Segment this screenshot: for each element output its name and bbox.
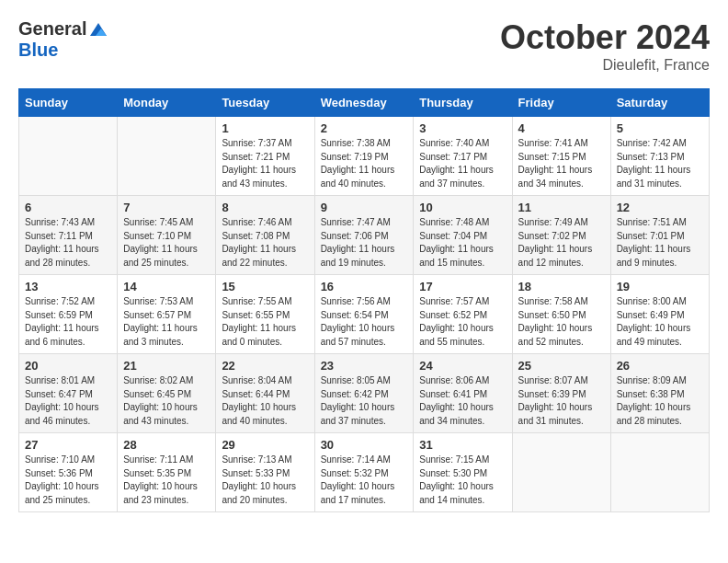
calendar-day-cell: 5Sunrise: 7:42 AMSunset: 7:13 PMDaylight… xyxy=(610,117,709,196)
day-info: Sunrise: 8:01 AMSunset: 6:47 PMDaylight:… xyxy=(25,374,111,428)
day-number: 27 xyxy=(25,438,111,452)
calendar-week-row: 27Sunrise: 7:10 AMSunset: 5:36 PMDayligh… xyxy=(19,433,710,512)
calendar-week-row: 20Sunrise: 8:01 AMSunset: 6:47 PMDayligh… xyxy=(19,354,710,433)
day-info: Sunrise: 7:52 AMSunset: 6:59 PMDaylight:… xyxy=(25,295,111,349)
location: Dieulefit, France xyxy=(500,57,710,74)
calendar-week-row: 13Sunrise: 7:52 AMSunset: 6:59 PMDayligh… xyxy=(19,275,710,354)
weekday-header: Monday xyxy=(118,89,216,117)
day-number: 16 xyxy=(321,280,408,293)
calendar-day-cell: 31Sunrise: 7:15 AMSunset: 5:30 PMDayligh… xyxy=(414,433,512,512)
page-header: General Blue October 2024 Dieulefit, Fra… xyxy=(18,18,710,74)
calendar-day-cell: 7Sunrise: 7:45 AMSunset: 7:10 PMDaylight… xyxy=(118,196,216,275)
logo-general: General xyxy=(18,18,86,40)
calendar-day-cell: 16Sunrise: 7:56 AMSunset: 6:54 PMDayligh… xyxy=(314,275,414,354)
day-info: Sunrise: 7:46 AMSunset: 7:08 PMDaylight:… xyxy=(222,216,308,270)
month-title: October 2024 xyxy=(500,18,710,57)
calendar-day-cell: 1Sunrise: 7:37 AMSunset: 7:21 PMDaylight… xyxy=(216,117,314,196)
calendar-week-row: 6Sunrise: 7:43 AMSunset: 7:11 PMDaylight… xyxy=(19,196,710,275)
day-info: Sunrise: 7:42 AMSunset: 7:13 PMDaylight:… xyxy=(617,137,703,190)
day-number: 8 xyxy=(222,201,308,214)
day-info: Sunrise: 7:57 AMSunset: 6:52 PMDaylight:… xyxy=(419,295,506,349)
weekday-header: Sunday xyxy=(19,89,118,117)
calendar-day-cell: 26Sunrise: 8:09 AMSunset: 6:38 PMDayligh… xyxy=(610,354,709,433)
calendar-day-cell: 6Sunrise: 7:43 AMSunset: 7:11 PMDaylight… xyxy=(19,196,118,275)
calendar-day-cell: 3Sunrise: 7:40 AMSunset: 7:17 PMDaylight… xyxy=(414,117,512,196)
day-number: 5 xyxy=(617,121,703,135)
day-number: 17 xyxy=(419,280,506,293)
day-info: Sunrise: 7:40 AMSunset: 7:17 PMDaylight:… xyxy=(419,137,506,190)
weekday-header: Tuesday xyxy=(216,89,314,117)
day-info: Sunrise: 7:53 AMSunset: 6:57 PMDaylight:… xyxy=(123,295,210,349)
day-info: Sunrise: 7:51 AMSunset: 7:01 PMDaylight:… xyxy=(617,216,703,270)
calendar-table: SundayMondayTuesdayWednesdayThursdayFrid… xyxy=(18,88,710,512)
calendar-day-cell: 9Sunrise: 7:47 AMSunset: 7:06 PMDaylight… xyxy=(314,196,414,275)
day-info: Sunrise: 7:48 AMSunset: 7:04 PMDaylight:… xyxy=(419,216,506,270)
day-number: 3 xyxy=(419,121,506,135)
day-info: Sunrise: 8:07 AMSunset: 6:39 PMDaylight:… xyxy=(518,374,605,428)
day-number: 31 xyxy=(419,438,506,452)
day-number: 20 xyxy=(25,359,111,373)
calendar-day-cell: 23Sunrise: 8:05 AMSunset: 6:42 PMDayligh… xyxy=(314,354,414,433)
day-number: 7 xyxy=(123,201,210,214)
calendar-day-cell: 12Sunrise: 7:51 AMSunset: 7:01 PMDayligh… xyxy=(610,196,709,275)
day-number: 28 xyxy=(123,438,210,452)
logo: General Blue xyxy=(18,18,108,61)
day-info: Sunrise: 7:55 AMSunset: 6:55 PMDaylight:… xyxy=(222,295,308,349)
calendar-day-cell: 4Sunrise: 7:41 AMSunset: 7:15 PMDaylight… xyxy=(512,117,610,196)
calendar-day-cell: 28Sunrise: 7:11 AMSunset: 5:35 PMDayligh… xyxy=(118,433,216,512)
day-info: Sunrise: 8:05 AMSunset: 6:42 PMDaylight:… xyxy=(321,374,408,428)
day-number: 25 xyxy=(518,359,605,373)
day-number: 2 xyxy=(321,121,408,135)
day-info: Sunrise: 7:14 AMSunset: 5:32 PMDaylight:… xyxy=(321,454,408,507)
day-number: 12 xyxy=(617,201,703,214)
day-number: 18 xyxy=(518,280,605,293)
day-number: 10 xyxy=(419,201,506,214)
day-number: 23 xyxy=(321,359,408,373)
day-info: Sunrise: 7:47 AMSunset: 7:06 PMDaylight:… xyxy=(321,216,408,270)
day-info: Sunrise: 7:41 AMSunset: 7:15 PMDaylight:… xyxy=(518,137,605,190)
title-section: October 2024 Dieulefit, France xyxy=(500,18,710,74)
calendar-day-cell: 18Sunrise: 7:58 AMSunset: 6:50 PMDayligh… xyxy=(512,275,610,354)
day-info: Sunrise: 7:37 AMSunset: 7:21 PMDaylight:… xyxy=(222,137,308,190)
weekday-header: Wednesday xyxy=(314,89,414,117)
day-number: 30 xyxy=(321,438,408,452)
day-info: Sunrise: 7:11 AMSunset: 5:35 PMDaylight:… xyxy=(123,454,210,507)
calendar-day-cell: 19Sunrise: 8:00 AMSunset: 6:49 PMDayligh… xyxy=(610,275,709,354)
day-number: 21 xyxy=(123,359,210,373)
day-info: Sunrise: 7:49 AMSunset: 7:02 PMDaylight:… xyxy=(518,216,605,270)
calendar-day-cell xyxy=(610,433,709,512)
day-number: 19 xyxy=(617,280,703,293)
calendar-day-cell: 25Sunrise: 8:07 AMSunset: 6:39 PMDayligh… xyxy=(512,354,610,433)
day-info: Sunrise: 7:38 AMSunset: 7:19 PMDaylight:… xyxy=(321,137,408,190)
day-info: Sunrise: 7:43 AMSunset: 7:11 PMDaylight:… xyxy=(25,216,111,270)
calendar-header-row: SundayMondayTuesdayWednesdayThursdayFrid… xyxy=(19,89,710,117)
day-info: Sunrise: 8:06 AMSunset: 6:41 PMDaylight:… xyxy=(419,374,506,428)
day-number: 11 xyxy=(518,201,605,214)
calendar-day-cell: 20Sunrise: 8:01 AMSunset: 6:47 PMDayligh… xyxy=(19,354,118,433)
calendar-day-cell: 13Sunrise: 7:52 AMSunset: 6:59 PMDayligh… xyxy=(19,275,118,354)
day-info: Sunrise: 8:00 AMSunset: 6:49 PMDaylight:… xyxy=(617,295,703,349)
day-info: Sunrise: 7:10 AMSunset: 5:36 PMDaylight:… xyxy=(25,454,111,507)
day-number: 9 xyxy=(321,201,408,214)
calendar-day-cell: 10Sunrise: 7:48 AMSunset: 7:04 PMDayligh… xyxy=(414,196,512,275)
calendar-day-cell: 30Sunrise: 7:14 AMSunset: 5:32 PMDayligh… xyxy=(314,433,414,512)
day-info: Sunrise: 7:13 AMSunset: 5:33 PMDaylight:… xyxy=(222,454,308,507)
weekday-header: Thursday xyxy=(414,89,512,117)
day-info: Sunrise: 8:09 AMSunset: 6:38 PMDaylight:… xyxy=(617,374,703,428)
weekday-header: Friday xyxy=(512,89,610,117)
day-number: 22 xyxy=(222,359,308,373)
calendar-day-cell xyxy=(19,117,118,196)
calendar-week-row: 1Sunrise: 7:37 AMSunset: 7:21 PMDaylight… xyxy=(19,117,710,196)
day-number: 6 xyxy=(25,201,111,214)
day-number: 1 xyxy=(222,121,308,135)
calendar-day-cell: 11Sunrise: 7:49 AMSunset: 7:02 PMDayligh… xyxy=(512,196,610,275)
calendar-day-cell xyxy=(512,433,610,512)
day-number: 29 xyxy=(222,438,308,452)
day-info: Sunrise: 8:02 AMSunset: 6:45 PMDaylight:… xyxy=(123,374,210,428)
calendar-day-cell: 2Sunrise: 7:38 AMSunset: 7:19 PMDaylight… xyxy=(314,117,414,196)
day-number: 15 xyxy=(222,280,308,293)
logo-blue: Blue xyxy=(18,40,58,61)
calendar-day-cell: 14Sunrise: 7:53 AMSunset: 6:57 PMDayligh… xyxy=(118,275,216,354)
calendar-day-cell: 22Sunrise: 8:04 AMSunset: 6:44 PMDayligh… xyxy=(216,354,314,433)
day-number: 13 xyxy=(25,280,111,293)
